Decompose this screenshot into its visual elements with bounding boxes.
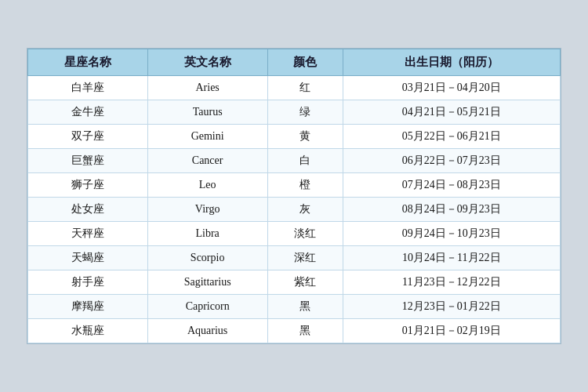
cell-row5-col1: Virgo <box>147 198 267 222</box>
cell-row7-col0: 天蝎座 <box>28 246 148 270</box>
table-header-row: 星座名称英文名称颜色出生日期（阳历） <box>28 49 561 76</box>
header-col-2: 颜色 <box>267 49 343 76</box>
cell-row0-col3: 03月21日－04月20日 <box>343 76 560 100</box>
cell-row5-col3: 08月24日－09月23日 <box>343 198 560 222</box>
cell-row10-col1: Aquarius <box>147 319 267 343</box>
header-col-1: 英文名称 <box>147 49 267 76</box>
table-body: 白羊座Aries红03月21日－04月20日金牛座Taurus绿04月21日－0… <box>28 76 561 343</box>
cell-row2-col3: 05月22日－06月21日 <box>343 125 560 149</box>
cell-row9-col1: Capricorn <box>147 295 267 319</box>
cell-row1-col0: 金牛座 <box>28 100 148 125</box>
cell-row8-col1: Sagittarius <box>147 270 267 295</box>
cell-row10-col3: 01月21日－02月19日 <box>343 319 560 343</box>
cell-row0-col1: Aries <box>147 76 267 100</box>
cell-row2-col0: 双子座 <box>28 125 148 149</box>
cell-row6-col0: 天秤座 <box>28 222 148 246</box>
cell-row4-col0: 狮子座 <box>28 173 148 198</box>
table-row: 金牛座Taurus绿04月21日－05月21日 <box>28 100 561 125</box>
cell-row10-col0: 水瓶座 <box>28 319 148 343</box>
table-row: 狮子座Leo橙07月24日－08月23日 <box>28 173 561 198</box>
cell-row3-col1: Cancer <box>147 149 267 173</box>
table-row: 摩羯座Capricorn黑12月23日－01月22日 <box>28 295 561 319</box>
cell-row3-col0: 巨蟹座 <box>28 149 148 173</box>
cell-row5-col0: 处女座 <box>28 198 148 222</box>
cell-row3-col2: 白 <box>267 149 343 173</box>
zodiac-table: 星座名称英文名称颜色出生日期（阳历） 白羊座Aries红03月21日－04月20… <box>27 49 561 343</box>
header-col-3: 出生日期（阳历） <box>343 49 560 76</box>
cell-row2-col1: Gemini <box>147 125 267 149</box>
table-row: 双子座Gemini黄05月22日－06月21日 <box>28 125 561 149</box>
cell-row8-col2: 紫红 <box>267 270 343 295</box>
table-row: 天蝎座Scorpio深红10月24日－11月22日 <box>28 246 561 270</box>
cell-row6-col2: 淡红 <box>267 222 343 246</box>
cell-row4-col1: Leo <box>147 173 267 198</box>
cell-row0-col2: 红 <box>267 76 343 100</box>
header-col-0: 星座名称 <box>28 49 148 76</box>
cell-row9-col3: 12月23日－01月22日 <box>343 295 560 319</box>
table-row: 射手座Sagittarius紫红11月23日－12月22日 <box>28 270 561 295</box>
cell-row5-col2: 灰 <box>267 198 343 222</box>
zodiac-table-wrapper: 星座名称英文名称颜色出生日期（阳历） 白羊座Aries红03月21日－04月20… <box>27 48 561 344</box>
cell-row7-col1: Scorpio <box>147 246 267 270</box>
cell-row9-col0: 摩羯座 <box>28 295 148 319</box>
table-row: 处女座Virgo灰08月24日－09月23日 <box>28 198 561 222</box>
cell-row4-col3: 07月24日－08月23日 <box>343 173 560 198</box>
cell-row6-col1: Libra <box>147 222 267 246</box>
table-row: 天秤座Libra淡红09月24日－10月23日 <box>28 222 561 246</box>
cell-row9-col2: 黑 <box>267 295 343 319</box>
cell-row2-col2: 黄 <box>267 125 343 149</box>
table-row: 白羊座Aries红03月21日－04月20日 <box>28 76 561 100</box>
cell-row6-col3: 09月24日－10月23日 <box>343 222 560 246</box>
cell-row1-col3: 04月21日－05月21日 <box>343 100 560 125</box>
cell-row7-col3: 10月24日－11月22日 <box>343 246 560 270</box>
cell-row7-col2: 深红 <box>267 246 343 270</box>
cell-row1-col2: 绿 <box>267 100 343 125</box>
table-row: 巨蟹座Cancer白06月22日－07月23日 <box>28 149 561 173</box>
cell-row3-col3: 06月22日－07月23日 <box>343 149 560 173</box>
cell-row0-col0: 白羊座 <box>28 76 148 100</box>
cell-row4-col2: 橙 <box>267 173 343 198</box>
cell-row8-col0: 射手座 <box>28 270 148 295</box>
table-row: 水瓶座Aquarius黑01月21日－02月19日 <box>28 319 561 343</box>
cell-row1-col1: Taurus <box>147 100 267 125</box>
cell-row10-col2: 黑 <box>267 319 343 343</box>
cell-row8-col3: 11月23日－12月22日 <box>343 270 560 295</box>
